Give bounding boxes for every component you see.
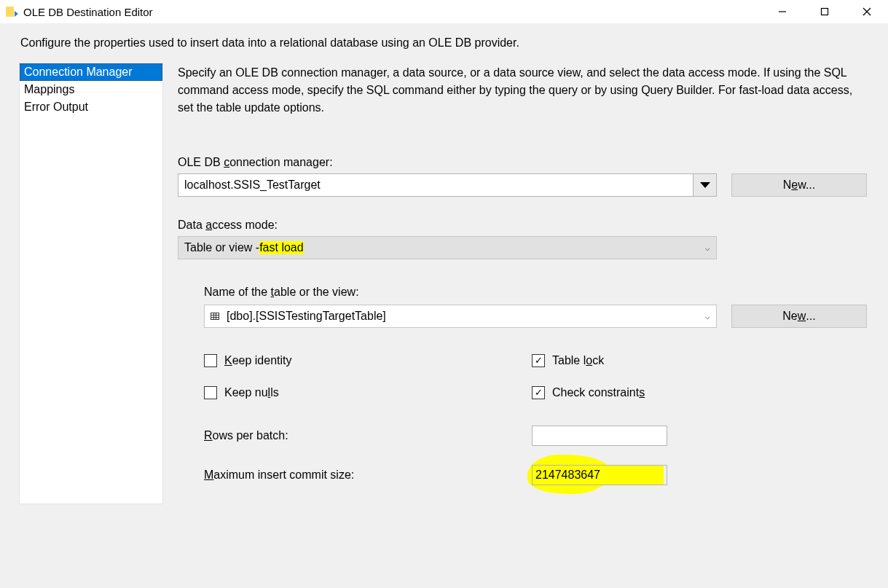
checkbox-icon [204,386,217,399]
checkbox-icon-highlighted [532,386,545,399]
svg-marker-4 [700,182,710,188]
sidebar-item-mappings[interactable]: Mappings [20,81,162,98]
sidebar-nav: Connection Manager Mappings Error Output [19,63,163,504]
connection-manager-pane: Specify an OLE DB connection manager, a … [163,63,888,504]
chevron-down-icon: ⌵ [705,312,710,321]
titlebar: OLE DB Destination Editor [0,0,888,23]
maximize-button[interactable] [803,0,846,23]
new-connection-button[interactable]: New... [731,173,867,197]
sidebar-item-error-output[interactable]: Error Output [20,98,162,116]
checkbox-icon [204,354,217,367]
connection-manager-label: OLE DB connection manager: [178,156,869,169]
page-description: Configure the properties used to insert … [0,23,888,63]
svg-rect-1 [822,9,828,15]
table-view-label: Name of the table or the view: [204,286,869,299]
table-view-value: [dbo].[SSISTestingTargetTable] [227,310,386,323]
connection-manager-value: localhost.SSIS_TestTarget [178,174,693,196]
data-access-mode-value-prefix: Table or view - [184,241,259,254]
data-access-mode-dropdown[interactable]: Table or view - fast load ⌵ [178,236,717,259]
minimize-button[interactable] [761,0,803,23]
data-access-mode-label: Data access mode: [178,219,869,232]
max-commit-size-label: Maximum insert commit size: [204,469,532,482]
close-button[interactable] [846,0,888,23]
sidebar-item-connection-manager[interactable]: Connection Manager [20,63,162,81]
connection-manager-dropdown[interactable]: localhost.SSIS_TestTarget [178,173,717,197]
window-title: OLE DB Destination Editor [23,6,153,18]
oledb-destination-icon [6,6,17,17]
keep-identity-checkbox[interactable]: Keep identity [204,354,532,367]
rows-per-batch-input[interactable] [532,426,667,446]
rows-per-batch-label: Rows per batch: [204,429,532,442]
pane-description: Specify an OLE DB connection manager, a … [178,64,869,117]
new-table-button[interactable]: New... [731,305,867,328]
dropdown-icon[interactable] [693,174,716,196]
keep-nulls-checkbox[interactable]: Keep nulls [204,386,532,399]
table-lock-checkbox[interactable]: Table lock [532,354,869,367]
table-icon [211,313,219,320]
table-view-dropdown[interactable]: [dbo].[SSISTestingTargetTable] ⌵ [204,305,717,328]
checkbox-icon [532,354,545,367]
highlight-fast-load: fast load [259,241,303,254]
window-controls [761,0,888,23]
max-commit-size-input[interactable]: 2147483647 [532,465,667,485]
chevron-down-icon: ⌵ [705,243,710,253]
check-constraints-checkbox[interactable]: Check constraints [532,386,869,399]
